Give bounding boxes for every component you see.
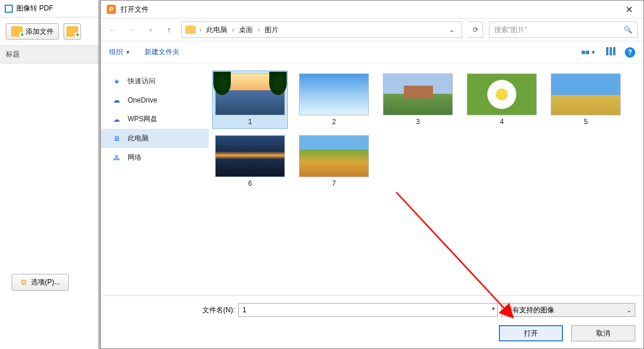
file-item[interactable]: 4 xyxy=(464,70,540,129)
new-folder-label: 新建文件夹 xyxy=(145,47,180,57)
breadcrumb[interactable]: › 此电脑 › 桌面 › 图片 ⌄ xyxy=(181,22,462,38)
open-button[interactable]: 打开 xyxy=(499,325,563,341)
file-thumbnail xyxy=(551,73,621,115)
chevron-down-icon: ▼ xyxy=(125,50,131,55)
button-row: 打开 取消 xyxy=(109,325,635,341)
file-item[interactable]: 1 xyxy=(212,70,288,129)
filename-field[interactable] xyxy=(242,304,494,316)
parent-toolbar: 添加文件 xyxy=(0,17,98,45)
breadcrumb-dropdown-icon[interactable]: ⌄ xyxy=(445,26,458,34)
dialog-titlebar: P 打开文件 ✕ xyxy=(101,1,643,18)
chevron-right-icon: › xyxy=(199,26,202,34)
chevron-right-icon: › xyxy=(258,26,260,34)
chevron-down-icon: ▼ xyxy=(591,50,596,55)
filter-label: 所有支持的图像 xyxy=(505,305,554,315)
sidebar-item-quick-access[interactable]: ★ 快速访问 xyxy=(101,72,209,91)
file-item[interactable]: 2 xyxy=(296,70,372,129)
sidebar-item-onedrive[interactable]: ☁ OneDrive xyxy=(101,91,209,110)
navigation-bar: ← → ▾ ↑ › 此电脑 › 桌面 › 图片 ⌄ ⟳ 🔍 xyxy=(101,18,643,41)
sidebar-item-thispc[interactable]: 🖥 此电脑 xyxy=(101,129,209,148)
file-item[interactable]: 5 xyxy=(548,70,624,129)
back-button[interactable]: ← xyxy=(107,23,119,36)
cancel-button[interactable]: 取消 xyxy=(571,325,635,341)
dialog-title: 打开文件 xyxy=(121,5,149,15)
thumbnails-icon xyxy=(582,51,589,54)
sidebar-item-label: 快速访问 xyxy=(128,76,156,86)
monitor-icon: 🖥 xyxy=(111,134,122,143)
breadcrumb-item-thispc[interactable]: 此电脑 xyxy=(203,25,231,35)
column-header-title[interactable]: 标题 xyxy=(0,45,98,64)
file-label: 5 xyxy=(584,118,588,126)
search-field[interactable] xyxy=(494,26,624,34)
add-file-label: 添加文件 xyxy=(26,27,54,37)
cloud-icon: ☁ xyxy=(111,115,122,124)
cloud-icon: ☁ xyxy=(111,96,122,105)
preview-pane-button[interactable] xyxy=(603,46,619,59)
sidebar-item-label: WPS网盘 xyxy=(128,114,157,124)
cancel-button-label: 取消 xyxy=(596,329,610,339)
parent-app-window: 图像转 PDF 添加文件 标题 选项(P)... xyxy=(0,0,99,349)
file-item[interactable]: 3 xyxy=(380,70,456,129)
network-icon: 🖧 xyxy=(111,153,122,163)
open-button-label: 打开 xyxy=(524,329,538,339)
file-thumbnail xyxy=(467,73,537,115)
breadcrumb-item-pictures[interactable]: 图片 xyxy=(261,25,282,35)
chevron-right-icon: › xyxy=(232,26,234,34)
image-add-icon xyxy=(11,26,23,37)
chevron-down-icon[interactable]: ▾ xyxy=(492,305,495,312)
sidebar-item-label: 网络 xyxy=(128,153,142,163)
add-file-button[interactable]: 添加文件 xyxy=(6,23,59,40)
file-thumbnail xyxy=(299,135,369,177)
file-type-filter[interactable]: 所有支持的图像 ⌄ xyxy=(501,303,635,317)
filename-label: 文件名(N): xyxy=(109,305,235,315)
file-label: 1 xyxy=(248,118,252,126)
parent-titlebar: 图像转 PDF xyxy=(0,0,98,17)
recent-locations-chevron-icon[interactable]: ▾ xyxy=(144,23,157,36)
options-label: 选项(P)... xyxy=(31,277,60,287)
view-mode-button[interactable]: ▼ xyxy=(580,46,597,59)
organize-label: 组织 xyxy=(109,47,123,57)
new-folder-button[interactable]: 新建文件夹 xyxy=(145,47,180,57)
file-item[interactable]: 7 xyxy=(296,132,372,191)
chevron-down-icon: ⌄ xyxy=(627,307,631,313)
filename-input[interactable]: ▾ xyxy=(238,303,498,317)
sidebar-item-wps[interactable]: ☁ WPS网盘 xyxy=(101,110,209,129)
folder-icon xyxy=(185,26,196,34)
pane-icon xyxy=(606,47,616,57)
sidebar-item-network[interactable]: 🖧 网络 xyxy=(101,148,209,167)
search-input[interactable]: 🔍 xyxy=(489,22,638,38)
search-icon: 🔍 xyxy=(624,26,632,34)
sidebar-item-label: 此电脑 xyxy=(128,133,149,143)
dialog-app-icon: P xyxy=(107,5,116,14)
sidebar: ★ 快速访问 ☁ OneDrive ☁ WPS网盘 🖥 此电脑 🖧 网络 xyxy=(101,64,209,295)
app-icon xyxy=(5,5,13,13)
star-icon: ★ xyxy=(111,77,122,86)
file-label: 2 xyxy=(332,118,336,126)
gear-icon xyxy=(20,278,27,287)
refresh-button[interactable]: ⟳ xyxy=(468,22,483,38)
toolbar: 组织 ▼ 新建文件夹 ▼ ? xyxy=(101,41,643,64)
file-thumbnail xyxy=(383,73,453,115)
file-label: 3 xyxy=(416,118,420,126)
open-file-dialog: P 打开文件 ✕ ← → ▾ ↑ › 此电脑 › 桌面 › 图片 ⌄ ⟳ 🔍 组… xyxy=(100,0,644,349)
parent-app-title: 图像转 PDF xyxy=(16,3,53,13)
file-item[interactable]: 6 xyxy=(212,132,288,191)
dialog-footer: 文件名(N): ▾ 所有支持的图像 ⌄ 打开 取消 xyxy=(101,295,643,348)
organize-menu[interactable]: 组织 ▼ xyxy=(109,47,131,57)
options-button[interactable]: 选项(P)... xyxy=(12,274,69,291)
file-thumbnail xyxy=(299,73,369,115)
sidebar-item-label: OneDrive xyxy=(128,96,157,104)
file-thumbnail xyxy=(215,73,285,115)
breadcrumb-item-desktop[interactable]: 桌面 xyxy=(235,25,256,35)
help-button[interactable]: ? xyxy=(625,47,635,58)
forward-button[interactable]: → xyxy=(125,23,138,36)
file-label: 6 xyxy=(248,179,252,188)
file-label: 7 xyxy=(332,179,336,188)
close-icon[interactable]: ✕ xyxy=(620,4,638,15)
add-folder-button[interactable] xyxy=(64,23,81,40)
up-button[interactable]: ↑ xyxy=(163,23,175,36)
file-grid[interactable]: 1234567 xyxy=(209,64,643,295)
folder-add-icon xyxy=(66,26,78,37)
file-thumbnail xyxy=(215,135,285,177)
filename-row: 文件名(N): ▾ 所有支持的图像 ⌄ xyxy=(109,303,635,317)
